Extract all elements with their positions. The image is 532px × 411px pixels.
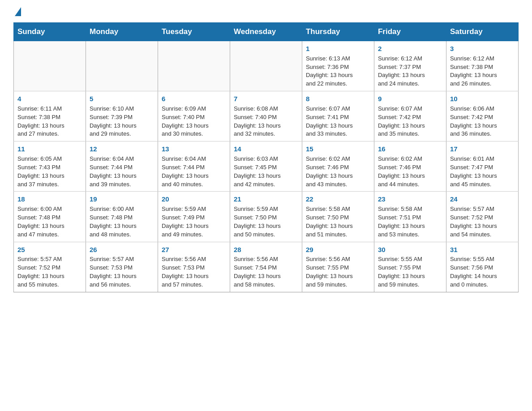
calendar-cell: 25Sunrise: 5:57 AM Sunset: 7:52 PM Dayli… bbox=[14, 242, 86, 292]
calendar-table: SundayMondayTuesdayWednesdayThursdayFrid… bbox=[13, 22, 519, 292]
calendar-week-1: 1Sunrise: 6:13 AM Sunset: 7:36 PM Daylig… bbox=[14, 41, 519, 91]
weekday-header-monday: Monday bbox=[86, 23, 158, 41]
calendar-cell bbox=[14, 41, 86, 91]
calendar-cell: 13Sunrise: 6:04 AM Sunset: 7:44 PM Dayli… bbox=[158, 141, 230, 192]
weekday-header-sunday: Sunday bbox=[14, 23, 86, 41]
calendar-cell: 24Sunrise: 5:57 AM Sunset: 7:52 PM Dayli… bbox=[446, 192, 518, 242]
calendar-cell bbox=[86, 41, 158, 91]
day-info: Sunrise: 6:04 AM Sunset: 7:44 PM Dayligh… bbox=[162, 155, 226, 188]
day-info: Sunrise: 6:13 AM Sunset: 7:36 PM Dayligh… bbox=[306, 55, 370, 88]
day-number: 3 bbox=[450, 44, 515, 54]
day-number: 9 bbox=[378, 94, 442, 104]
calendar-cell: 22Sunrise: 5:58 AM Sunset: 7:50 PM Dayli… bbox=[302, 192, 374, 242]
calendar-cell: 19Sunrise: 6:00 AM Sunset: 7:48 PM Dayli… bbox=[86, 192, 158, 242]
calendar-cell: 30Sunrise: 5:55 AM Sunset: 7:55 PM Dayli… bbox=[374, 242, 446, 292]
day-number: 8 bbox=[306, 94, 370, 104]
day-number: 26 bbox=[90, 245, 154, 255]
day-info: Sunrise: 6:02 AM Sunset: 7:46 PM Dayligh… bbox=[378, 155, 442, 188]
calendar-cell: 11Sunrise: 6:05 AM Sunset: 7:43 PM Dayli… bbox=[14, 141, 86, 192]
day-info: Sunrise: 5:57 AM Sunset: 7:52 PM Dayligh… bbox=[17, 255, 82, 289]
day-number: 31 bbox=[450, 245, 515, 255]
day-number: 5 bbox=[90, 94, 154, 104]
day-number: 30 bbox=[378, 245, 442, 255]
calendar-cell bbox=[230, 41, 302, 91]
calendar-cell bbox=[158, 41, 230, 91]
calendar-cell: 12Sunrise: 6:04 AM Sunset: 7:44 PM Dayli… bbox=[86, 141, 158, 192]
calendar-cell: 21Sunrise: 5:59 AM Sunset: 7:50 PM Dayli… bbox=[230, 192, 302, 242]
day-info: Sunrise: 6:09 AM Sunset: 7:40 PM Dayligh… bbox=[162, 105, 226, 138]
day-number: 1 bbox=[306, 44, 370, 54]
day-number: 15 bbox=[306, 144, 370, 154]
day-info: Sunrise: 5:57 AM Sunset: 7:53 PM Dayligh… bbox=[90, 255, 154, 289]
calendar-cell: 15Sunrise: 6:02 AM Sunset: 7:46 PM Dayli… bbox=[302, 141, 374, 192]
day-info: Sunrise: 6:02 AM Sunset: 7:46 PM Dayligh… bbox=[306, 155, 370, 188]
calendar-cell: 17Sunrise: 6:01 AM Sunset: 7:47 PM Dayli… bbox=[446, 141, 518, 192]
calendar-cell: 1Sunrise: 6:13 AM Sunset: 7:36 PM Daylig… bbox=[302, 41, 374, 91]
day-number: 18 bbox=[17, 194, 82, 204]
weekday-header-thursday: Thursday bbox=[302, 23, 374, 41]
calendar-week-3: 11Sunrise: 6:05 AM Sunset: 7:43 PM Dayli… bbox=[14, 141, 519, 192]
day-number: 28 bbox=[234, 245, 298, 255]
calendar-cell: 27Sunrise: 5:56 AM Sunset: 7:53 PM Dayli… bbox=[158, 242, 230, 292]
day-info: Sunrise: 6:05 AM Sunset: 7:43 PM Dayligh… bbox=[17, 155, 82, 188]
day-info: Sunrise: 5:56 AM Sunset: 7:53 PM Dayligh… bbox=[162, 255, 226, 289]
day-info: Sunrise: 6:03 AM Sunset: 7:45 PM Dayligh… bbox=[234, 155, 298, 188]
day-info: Sunrise: 5:59 AM Sunset: 7:50 PM Dayligh… bbox=[234, 205, 298, 239]
calendar-cell: 4Sunrise: 6:11 AM Sunset: 7:38 PM Daylig… bbox=[14, 91, 86, 141]
day-info: Sunrise: 6:04 AM Sunset: 7:44 PM Dayligh… bbox=[90, 155, 154, 188]
weekday-header-friday: Friday bbox=[374, 23, 446, 41]
calendar-cell: 2Sunrise: 6:12 AM Sunset: 7:37 PM Daylig… bbox=[374, 41, 446, 91]
day-info: Sunrise: 6:10 AM Sunset: 7:39 PM Dayligh… bbox=[90, 105, 154, 138]
day-number: 20 bbox=[162, 194, 226, 204]
day-number: 22 bbox=[306, 194, 370, 204]
day-number: 27 bbox=[162, 245, 226, 255]
day-number: 16 bbox=[378, 144, 442, 154]
calendar-cell: 23Sunrise: 5:58 AM Sunset: 7:51 PM Dayli… bbox=[374, 192, 446, 242]
calendar-cell: 29Sunrise: 5:56 AM Sunset: 7:55 PM Dayli… bbox=[302, 242, 374, 292]
day-info: Sunrise: 5:58 AM Sunset: 7:51 PM Dayligh… bbox=[378, 205, 442, 239]
calendar-cell: 10Sunrise: 6:06 AM Sunset: 7:42 PM Dayli… bbox=[446, 91, 518, 141]
day-info: Sunrise: 6:08 AM Sunset: 7:40 PM Dayligh… bbox=[234, 105, 298, 138]
day-number: 19 bbox=[90, 194, 154, 204]
calendar-cell: 26Sunrise: 5:57 AM Sunset: 7:53 PM Dayli… bbox=[86, 242, 158, 292]
day-number: 2 bbox=[378, 44, 442, 54]
day-number: 17 bbox=[450, 144, 515, 154]
day-number: 14 bbox=[234, 144, 298, 154]
calendar-cell: 16Sunrise: 6:02 AM Sunset: 7:46 PM Dayli… bbox=[374, 141, 446, 192]
day-info: Sunrise: 5:56 AM Sunset: 7:55 PM Dayligh… bbox=[306, 255, 370, 289]
calendar-cell: 9Sunrise: 6:07 AM Sunset: 7:42 PM Daylig… bbox=[374, 91, 446, 141]
day-info: Sunrise: 6:00 AM Sunset: 7:48 PM Dayligh… bbox=[17, 205, 82, 239]
day-info: Sunrise: 6:01 AM Sunset: 7:47 PM Dayligh… bbox=[450, 155, 515, 188]
day-info: Sunrise: 6:06 AM Sunset: 7:42 PM Dayligh… bbox=[450, 105, 515, 138]
calendar-cell: 20Sunrise: 5:59 AM Sunset: 7:49 PM Dayli… bbox=[158, 192, 230, 242]
weekday-header-saturday: Saturday bbox=[446, 23, 518, 41]
calendar-cell: 28Sunrise: 5:56 AM Sunset: 7:54 PM Dayli… bbox=[230, 242, 302, 292]
day-number: 12 bbox=[90, 144, 154, 154]
page-header bbox=[13, 9, 519, 13]
day-number: 6 bbox=[162, 94, 226, 104]
calendar-cell: 7Sunrise: 6:08 AM Sunset: 7:40 PM Daylig… bbox=[230, 91, 302, 141]
day-number: 23 bbox=[378, 194, 442, 204]
logo bbox=[13, 9, 21, 13]
day-info: Sunrise: 5:57 AM Sunset: 7:52 PM Dayligh… bbox=[450, 205, 515, 239]
weekday-header-tuesday: Tuesday bbox=[158, 23, 230, 41]
day-info: Sunrise: 5:58 AM Sunset: 7:50 PM Dayligh… bbox=[306, 205, 370, 239]
day-info: Sunrise: 5:59 AM Sunset: 7:49 PM Dayligh… bbox=[162, 205, 226, 239]
calendar-cell: 18Sunrise: 6:00 AM Sunset: 7:48 PM Dayli… bbox=[14, 192, 86, 242]
day-number: 21 bbox=[234, 194, 298, 204]
logo-triangle-icon bbox=[15, 7, 21, 16]
day-info: Sunrise: 5:55 AM Sunset: 7:56 PM Dayligh… bbox=[450, 255, 515, 289]
day-info: Sunrise: 6:12 AM Sunset: 7:38 PM Dayligh… bbox=[450, 55, 515, 88]
calendar-cell: 5Sunrise: 6:10 AM Sunset: 7:39 PM Daylig… bbox=[86, 91, 158, 141]
day-number: 29 bbox=[306, 245, 370, 255]
calendar-week-2: 4Sunrise: 6:11 AM Sunset: 7:38 PM Daylig… bbox=[14, 91, 519, 141]
calendar-cell: 8Sunrise: 6:07 AM Sunset: 7:41 PM Daylig… bbox=[302, 91, 374, 141]
calendar-week-4: 18Sunrise: 6:00 AM Sunset: 7:48 PM Dayli… bbox=[14, 192, 519, 242]
calendar-cell: 3Sunrise: 6:12 AM Sunset: 7:38 PM Daylig… bbox=[446, 41, 518, 91]
day-number: 25 bbox=[17, 245, 82, 255]
day-number: 13 bbox=[162, 144, 226, 154]
calendar-cell: 14Sunrise: 6:03 AM Sunset: 7:45 PM Dayli… bbox=[230, 141, 302, 192]
calendar-week-5: 25Sunrise: 5:57 AM Sunset: 7:52 PM Dayli… bbox=[14, 242, 519, 292]
calendar-cell: 6Sunrise: 6:09 AM Sunset: 7:40 PM Daylig… bbox=[158, 91, 230, 141]
day-number: 24 bbox=[450, 194, 515, 204]
